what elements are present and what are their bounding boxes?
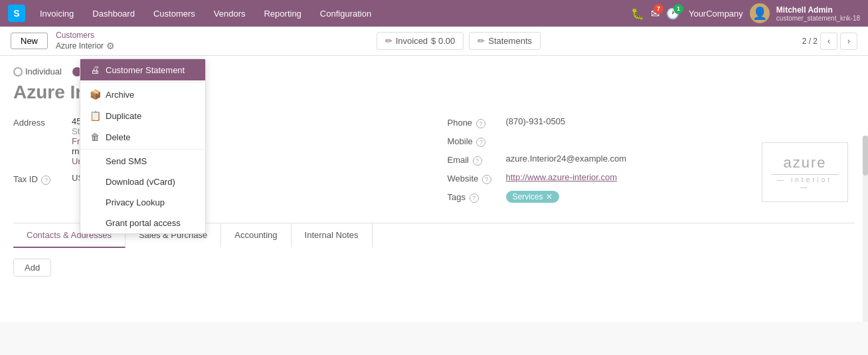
menu-label-send-sms: Send SMS — [106, 156, 147, 166]
menu-item-archive[interactable]: 📦 Archive — [80, 84, 205, 105]
website-label: Website ? — [448, 172, 501, 184]
tax-id-field: Tax ID ? US12345677 — [13, 173, 421, 185]
mobile-help-icon[interactable]: ? — [476, 138, 485, 147]
messages-button[interactable]: ✉ 7 — [651, 7, 659, 20]
menu-label-delete: Delete — [106, 132, 131, 142]
printer-icon: 🖨 — [90, 64, 100, 75]
nav-configuration[interactable]: Configuration — [312, 5, 379, 23]
nav-customers[interactable]: Customers — [145, 5, 203, 23]
nav-invoicing[interactable]: Invoicing — [32, 5, 82, 23]
phone-help-icon[interactable]: ? — [476, 119, 485, 128]
breadcrumb-bar: New Customers Azure Interior ⚙ ✏ Invoice… — [0, 27, 868, 56]
menu-label-privacy-lookup: Privacy Lookup — [106, 197, 165, 207]
menu-item-duplicate[interactable]: 📋 Duplicate — [80, 105, 205, 126]
tags-help-icon[interactable]: ? — [470, 193, 479, 203]
menu-label-archive: Archive — [106, 90, 134, 100]
invoiced-amount: $ 0.00 — [431, 36, 455, 46]
phone-label: Phone ? — [448, 116, 501, 128]
menu-label-duplicate: Duplicate — [106, 111, 141, 121]
tags-label: Tags ? — [448, 191, 501, 203]
breadcrumb: Customers Azure Interior ⚙ — [56, 31, 115, 51]
breadcrumb-parent[interactable]: Customers — [56, 31, 115, 40]
form-left-column: Address 4557 De Street 2... Fremont rnia… — [13, 116, 434, 209]
next-button[interactable]: › — [840, 33, 857, 50]
bug-button[interactable]: 🐛 — [631, 7, 644, 20]
menu-item-grant-portal[interactable]: Grant portal access — [80, 213, 205, 233]
website-help-icon[interactable]: ? — [482, 175, 491, 184]
user-info: Mitchell Admin customer_statement_knk-18 — [776, 5, 860, 22]
invoiced-button[interactable]: ✏ Invoiced $ 0.00 — [377, 32, 464, 50]
mobile-label: Mobile ? — [448, 135, 501, 147]
email-label: Email ? — [448, 154, 501, 166]
radio-individual-circle — [13, 67, 23, 76]
menu-divider-1 — [80, 82, 205, 82]
trash-icon: 🗑 — [90, 132, 100, 142]
clock-badge: 1 — [673, 4, 683, 14]
tax-id-label: Tax ID ? — [13, 173, 66, 185]
nav-dashboard[interactable]: Dashboard — [84, 5, 143, 23]
menu-label-download-vcard: Download (vCard) — [106, 177, 175, 187]
tab-content-area: Add — [13, 248, 855, 287]
statements-icon: ✏ — [477, 36, 485, 46]
email-help-icon[interactable]: ? — [473, 156, 482, 166]
user-name: Mitchell Admin — [776, 5, 860, 15]
toolbar-actions: ✏ Invoiced $ 0.00 ✏ Statements — [120, 32, 797, 50]
menu-item-privacy-lookup[interactable]: Privacy Lookup — [80, 192, 205, 213]
scrollbar-track[interactable] — [863, 136, 868, 322]
nav-right-area: 🐛 ✉ 7 🕐 1 YourCompany 👤 Mitchell Admin c… — [631, 3, 860, 23]
statements-button[interactable]: ✏ Statements — [469, 32, 541, 50]
pagination-area: 2 / 2 ‹ › — [802, 33, 857, 50]
menu-label-customer-statement: Customer Statement — [106, 65, 185, 75]
address-field: Address 4557 De Street 2... Fremont rnia… — [13, 116, 421, 166]
top-navigation: S Invoicing Dashboard Customers Vendors … — [0, 0, 868, 27]
nav-reporting[interactable]: Reporting — [256, 5, 309, 23]
tax-id-help-icon[interactable]: ? — [41, 176, 50, 185]
prev-button[interactable]: ‹ — [820, 33, 837, 50]
phone-value[interactable]: (870)-931-0505 — [506, 116, 855, 126]
tag-services: Services ✕ — [506, 191, 559, 203]
bug-icon: 🐛 — [631, 8, 644, 19]
app-logo[interactable]: S — [8, 5, 25, 22]
company-name: YourCompany — [689, 9, 743, 19]
phone-field: Phone ? (870)-931-0505 — [448, 116, 855, 128]
duplicate-icon: 📋 — [90, 110, 100, 121]
tab-internal-notes[interactable]: Internal Notes — [292, 223, 373, 248]
add-button[interactable]: Add — [13, 259, 51, 277]
nav-vendors[interactable]: Vendors — [206, 5, 254, 23]
breadcrumb-current-label: Azure Interior — [56, 41, 104, 51]
statements-label: Statements — [488, 36, 532, 46]
menu-label-grant-portal: Grant portal access — [106, 218, 181, 228]
menu-item-customer-statement[interactable]: 🖨 Customer Statement — [80, 59, 205, 80]
address-label: Address — [13, 116, 66, 128]
menu-item-send-sms[interactable]: Send SMS — [80, 151, 205, 172]
logo-text-main: azure — [783, 154, 826, 172]
menu-item-delete[interactable]: 🗑 Delete — [80, 126, 205, 148]
company-logo-box: azure — interior — — [762, 142, 848, 202]
message-badge: 7 — [653, 4, 663, 14]
user-meta: customer_statement_knk-18 — [776, 15, 860, 22]
tab-accounting[interactable]: Accounting — [221, 223, 291, 248]
new-button[interactable]: New — [11, 33, 48, 49]
gear-dropdown-menu: 🖨 Customer Statement 📦 Archive 📋 Duplica… — [80, 59, 206, 234]
menu-divider-2 — [80, 149, 205, 150]
gear-icon[interactable]: ⚙ — [106, 41, 115, 51]
breadcrumb-current: Azure Interior ⚙ — [56, 41, 115, 51]
scrollbar-thumb[interactable] — [863, 136, 868, 176]
user-avatar[interactable]: 👤 — [750, 3, 770, 23]
clock-button[interactable]: 🕐 1 — [666, 7, 679, 20]
archive-icon: 📦 — [90, 89, 100, 100]
tag-value: Services — [513, 192, 543, 201]
radio-individual-label: Individual — [25, 66, 62, 76]
tag-remove-button[interactable]: ✕ — [546, 192, 553, 201]
pagination-count: 2 / 2 — [802, 37, 818, 46]
logo-text-sub: — interior — — [771, 174, 839, 191]
menu-item-download-vcard[interactable]: Download (vCard) — [80, 172, 205, 192]
nav-menu: Invoicing Dashboard Customers Vendors Re… — [32, 5, 631, 23]
invoice-icon: ✏ — [385, 36, 392, 46]
radio-individual[interactable]: Individual — [13, 66, 62, 76]
invoiced-label: Invoiced — [396, 36, 428, 46]
